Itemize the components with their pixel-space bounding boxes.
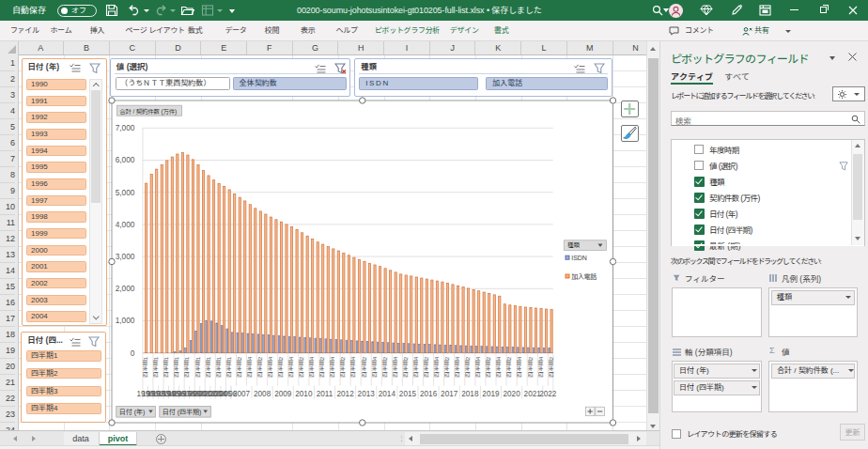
svg-text:2014: 2014	[378, 390, 395, 398]
svg-text:四半期1: 四半期1	[204, 356, 210, 378]
svg-text:2017: 2017	[441, 390, 458, 398]
svg-text:5,000: 5,000	[115, 188, 134, 197]
svg-text:四半期2: 四半期2	[318, 356, 325, 378]
svg-text:2010: 2010	[295, 390, 313, 398]
svg-text:四半期2: 四半期2	[298, 356, 304, 378]
svg-text:1,000: 1,000	[115, 317, 134, 326]
svg-text:四半期1: 四半期1	[225, 356, 231, 378]
svg-text:種類: 種類	[567, 242, 581, 249]
svg-text:2009: 2009	[274, 390, 292, 398]
svg-text:四半期1: 四半期1	[152, 356, 159, 378]
svg-text:四半期1: 四半期1	[173, 356, 179, 378]
svg-text:四半期4: 四半期4	[329, 356, 335, 378]
svg-text:四半期4: 四半期4	[474, 356, 481, 378]
svg-text:四半期2: 四半期2	[235, 356, 241, 378]
svg-text:四半期4: 四半期4	[245, 356, 252, 378]
svg-text:7,000: 7,000	[115, 123, 134, 132]
svg-text:四半期2: 四半期2	[339, 356, 346, 378]
svg-text:四半期2: 四半期2	[380, 356, 387, 378]
svg-text:2008: 2008	[254, 390, 271, 398]
svg-text:四半期4: 四半期4	[391, 356, 397, 378]
svg-text:四半期1: 四半期1	[142, 356, 148, 378]
svg-text:四半期4: 四半期4	[308, 356, 315, 378]
svg-text:四半期1: 四半期1	[214, 356, 221, 378]
svg-text:ISDN: ISDN	[571, 255, 587, 262]
svg-text:2011: 2011	[316, 390, 333, 398]
svg-text:2015: 2015	[398, 390, 416, 398]
svg-text:日付 (四半期): 日付 (四半期)	[162, 408, 201, 416]
svg-text:四半期2: 四半期2	[443, 356, 450, 378]
svg-text:四半期4: 四半期4	[454, 356, 460, 378]
svg-text:2018: 2018	[461, 390, 479, 398]
svg-text:3,000: 3,000	[115, 252, 134, 261]
svg-text:2,000: 2,000	[115, 284, 134, 293]
svg-text:四半期2: 四半期2	[526, 356, 533, 378]
svg-text:四半期4: 四半期4	[495, 356, 502, 378]
svg-text:四半期1: 四半期1	[163, 356, 169, 378]
svg-text:四半期1: 四半期1	[194, 356, 200, 378]
svg-text:合計 / 契約件数 (万件): 合計 / 契約件数 (万件)	[119, 108, 177, 116]
svg-text:2020: 2020	[503, 390, 520, 398]
svg-text:加入電話: 加入電話	[571, 273, 597, 281]
svg-text:四半期4: 四半期4	[411, 356, 418, 378]
svg-text:四半期4: 四半期4	[287, 356, 294, 378]
svg-text:四半期1: 四半期1	[183, 356, 190, 378]
svg-text:四半期2: 四半期2	[505, 356, 512, 378]
svg-text:4,000: 4,000	[115, 220, 134, 229]
svg-text:2016: 2016	[420, 390, 438, 398]
svg-text:四半期2: 四半期2	[547, 356, 553, 378]
svg-text:2013: 2013	[357, 390, 375, 398]
svg-text:2007: 2007	[232, 390, 250, 398]
svg-text:四半期2: 四半期2	[423, 356, 429, 378]
svg-text:四半期4: 四半期4	[536, 356, 543, 378]
svg-text:四半期4: 四半期4	[516, 356, 522, 378]
svg-text:四半期2: 四半期2	[277, 356, 284, 378]
svg-text:四半期4: 四半期4	[349, 356, 356, 378]
svg-text:6,000: 6,000	[115, 156, 134, 165]
svg-text:2022: 2022	[539, 390, 557, 398]
svg-text:四半期2: 四半期2	[401, 356, 408, 378]
svg-text:四半期2: 四半期2	[464, 356, 471, 378]
svg-text:日付 (年): 日付 (年)	[118, 408, 145, 416]
svg-text:四半期2: 四半期2	[485, 356, 491, 378]
svg-text:四半期4: 四半期4	[267, 356, 273, 378]
svg-text:0: 0	[130, 348, 134, 358]
svg-text:四半期4: 四半期4	[433, 356, 440, 378]
svg-text:2012: 2012	[336, 390, 354, 398]
svg-text:四半期2: 四半期2	[256, 356, 263, 378]
svg-text:2019: 2019	[482, 390, 500, 398]
svg-text:四半期4: 四半期4	[370, 356, 377, 378]
svg-text:四半期2: 四半期2	[360, 356, 366, 378]
